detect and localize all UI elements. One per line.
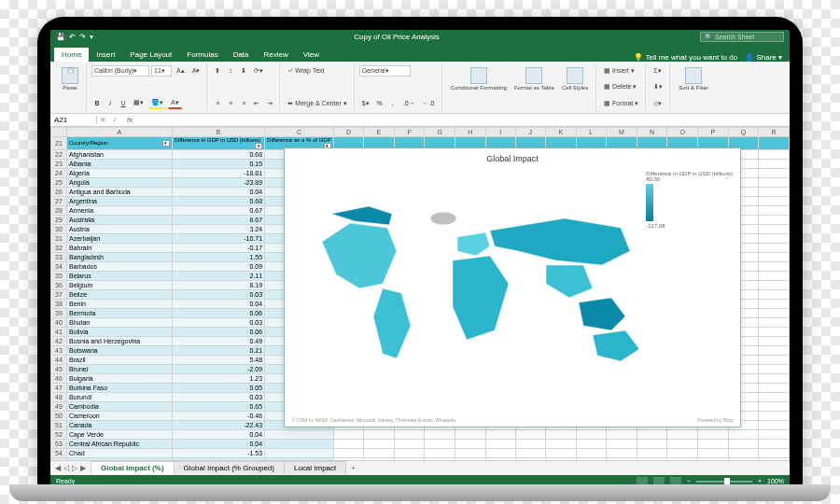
cell-styles-button[interactable]: Cell Styles [558, 65, 592, 109]
cell[interactable] [759, 243, 790, 252]
row-header[interactable]: 42 [51, 336, 67, 345]
percent-button[interactable]: % [374, 98, 385, 108]
sheet-tab[interactable]: Local Impact [284, 461, 346, 474]
fx-icon[interactable]: fx [121, 116, 138, 124]
row-header[interactable]: 52 [51, 429, 67, 439]
row-header[interactable]: 33 [51, 252, 67, 261]
cell[interactable] [265, 439, 334, 448]
cell[interactable] [364, 429, 395, 439]
cell[interactable]: Belize [66, 289, 172, 299]
format-as-table-button[interactable]: Format as Table [511, 65, 558, 109]
cell[interactable]: -0.17 [172, 243, 265, 252]
cell[interactable] [485, 457, 515, 460]
add-sheet-button[interactable]: + [345, 464, 361, 472]
cell[interactable]: -18.81 [172, 168, 265, 177]
cell[interactable] [759, 252, 790, 261]
cell[interactable]: 0.06 [172, 327, 265, 336]
column-header[interactable]: C [265, 127, 334, 136]
cell[interactable] [265, 429, 334, 439]
column-header[interactable]: I [485, 127, 515, 136]
cell[interactable]: Burkina Faso [66, 383, 172, 392]
cell[interactable] [425, 448, 455, 457]
ribbon-tab-review[interactable]: Review [257, 48, 296, 62]
cell[interactable]: Bosnia and Herzegovina [66, 336, 172, 345]
cell[interactable]: Antigua and Barbuda [66, 187, 172, 196]
fx-enter-icon[interactable]: ✓ [109, 116, 121, 124]
cell[interactable] [606, 448, 637, 457]
ribbon-tab-data[interactable]: Data [226, 48, 257, 62]
cell[interactable] [545, 457, 576, 460]
cell[interactable] [455, 439, 486, 448]
cell[interactable]: Canada [66, 420, 172, 429]
cell[interactable]: Benin [66, 299, 172, 308]
cell[interactable]: Chile [66, 457, 172, 460]
row-header[interactable]: 34 [51, 261, 67, 271]
font-size-select[interactable]: 11 ▾ [151, 65, 172, 77]
cell[interactable]: Argentina [66, 196, 172, 205]
cell[interactable] [698, 429, 729, 439]
tell-me-button[interactable]: 💡 Tell me what you want to do [634, 53, 737, 62]
zoom-slider[interactable] [696, 481, 752, 483]
row-header[interactable]: 36 [51, 280, 67, 289]
ribbon-tab-view[interactable]: View [296, 48, 327, 62]
cell[interactable] [364, 457, 395, 460]
row-header[interactable]: 53 [51, 439, 67, 448]
cell[interactable] [759, 196, 790, 205]
cell[interactable]: 0.68 [172, 149, 265, 159]
cell[interactable]: Australia [66, 215, 172, 224]
cell[interactable] [364, 439, 395, 448]
cell[interactable] [759, 364, 790, 373]
cell[interactable] [515, 448, 545, 457]
row-header[interactable]: 49 [51, 401, 67, 411]
cell[interactable]: Bulgaria [66, 373, 172, 383]
row-header[interactable]: 45 [51, 364, 67, 373]
column-header[interactable]: N [637, 127, 667, 136]
cell[interactable] [667, 448, 698, 457]
row-header[interactable]: 38 [51, 299, 67, 308]
cell[interactable] [667, 439, 698, 448]
cell[interactable]: Armenia [66, 205, 172, 215]
row-header[interactable]: 35 [51, 271, 67, 280]
row-header[interactable]: 23 [51, 159, 67, 168]
cell[interactable]: Afghanistan [66, 149, 172, 159]
tab-nav-prev-icon[interactable]: ◁ [63, 464, 70, 472]
column-header[interactable]: K [545, 127, 576, 136]
cell[interactable] [606, 429, 637, 439]
merge-center-button[interactable]: ⬌ Merge & Center ▾ [285, 98, 349, 109]
cell[interactable] [515, 457, 545, 460]
currency-button[interactable]: $▾ [359, 98, 372, 109]
page-layout-view-button[interactable] [653, 477, 665, 486]
cell[interactable]: Austria [66, 224, 172, 233]
clear-button[interactable]: ◇▾ [651, 98, 665, 109]
cell[interactable]: 0.03 [172, 317, 265, 327]
cell[interactable]: 0.04 [172, 187, 265, 196]
cell[interactable]: 0.21 [172, 345, 265, 355]
row-header[interactable]: 30 [51, 224, 67, 233]
cell[interactable] [759, 168, 790, 177]
cell[interactable] [759, 261, 790, 271]
cell[interactable]: -1.53 [172, 448, 265, 457]
cell[interactable]: 0.49 [172, 336, 265, 345]
row-header[interactable]: 50 [51, 411, 67, 420]
paste-button[interactable]: 📋 Paste [58, 65, 82, 93]
share-button[interactable]: 👤 Share ▾ [745, 53, 782, 62]
cell[interactable] [545, 448, 576, 457]
cell[interactable] [728, 429, 759, 439]
cell[interactable] [606, 457, 637, 460]
wrap-text-button[interactable]: ⤶ Wrap Text [285, 65, 327, 77]
cell[interactable] [485, 429, 515, 439]
cell[interactable]: 0.68 [172, 196, 265, 205]
orientation-button[interactable]: ⟳▾ [251, 65, 266, 77]
cell[interactable]: -2.09 [172, 364, 265, 373]
row-header[interactable]: 48 [51, 392, 67, 401]
column-header[interactable]: L [576, 127, 606, 136]
cell[interactable] [576, 439, 606, 448]
undo-icon[interactable]: ↶ [69, 33, 76, 41]
cell[interactable] [637, 439, 667, 448]
row-header[interactable]: 37 [51, 289, 67, 299]
row-header[interactable]: 21 [51, 136, 67, 149]
cell[interactable]: 0.04 [172, 439, 265, 448]
row-header[interactable]: 27 [51, 196, 67, 205]
column-header[interactable]: F [394, 127, 424, 136]
indent-increase-button[interactable]: ⇥ [264, 98, 275, 109]
